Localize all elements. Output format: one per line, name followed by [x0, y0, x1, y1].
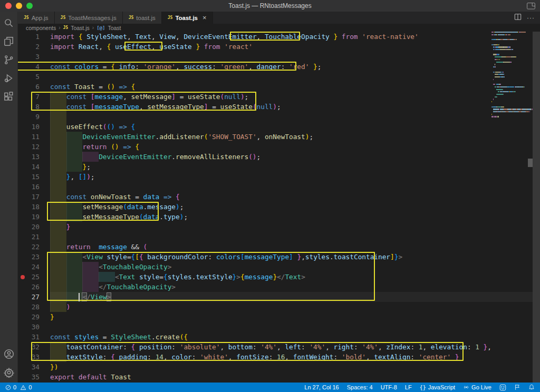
line-number[interactable]: 14: [18, 162, 50, 172]
code-line[interactable]: [50, 52, 540, 62]
code-line[interactable]: setMessageType(data.type);: [50, 212, 540, 222]
source-control-icon[interactable]: [3, 54, 15, 65]
line-number[interactable]: 33: [18, 352, 50, 362]
tab-toastmessages-js[interactable]: JS ToastMessages.js: [55, 12, 123, 24]
code-line[interactable]: textStyle: { padding: 14, color: 'white'…: [50, 352, 540, 362]
code-line[interactable]: useEffect(() => {: [50, 122, 540, 132]
line-number[interactable]: 28: [18, 302, 50, 312]
code-line[interactable]: const [messageType, setMessageType] = us…: [50, 102, 540, 112]
line-number[interactable]: 22: [18, 242, 50, 252]
code-line[interactable]: [50, 112, 540, 122]
language-mode[interactable]: {} JavaScript: [420, 384, 455, 390]
breakpoint-dot[interactable]: [21, 275, 25, 279]
settings-gear-icon[interactable]: [3, 367, 15, 378]
line-number[interactable]: 20: [18, 222, 50, 232]
vertical-scrollbar[interactable]: [533, 32, 540, 383]
line-number[interactable]: 27: [18, 292, 50, 302]
line-number[interactable]: 15: [18, 172, 50, 182]
line-number[interactable]: 24: [18, 262, 50, 272]
account-icon[interactable]: [3, 348, 15, 360]
explorer-icon[interactable]: [3, 35, 15, 47]
customize-layout-icon[interactable]: [527, 2, 535, 12]
eol-setting[interactable]: LF: [405, 384, 412, 390]
code-line[interactable]: }: [50, 312, 540, 322]
line-number[interactable]: 29: [18, 312, 50, 322]
code-line[interactable]: const styles = StyleSheet.create({: [50, 332, 540, 342]
tab-toast-lower-js[interactable]: JS toast.js: [123, 12, 162, 24]
code-line[interactable]: const Toast = () => {: [50, 82, 540, 92]
scrollbar-notch[interactable]: [528, 159, 533, 167]
extensions-icon[interactable]: [3, 91, 15, 102]
line-number[interactable]: 17: [18, 192, 50, 202]
notifications-bell-icon[interactable]: [528, 384, 535, 390]
line-number[interactable]: 25: [18, 272, 50, 282]
gutter[interactable]: 1234567891011121314151617181920212223242…: [18, 32, 50, 382]
cursor-position[interactable]: Ln 27, Col 16: [304, 384, 339, 390]
code-line[interactable]: import { StyleSheet, Text, View, DeviceE…: [50, 32, 540, 42]
flag-icon[interactable]: [514, 384, 520, 390]
line-number[interactable]: 8: [18, 102, 50, 112]
code-line[interactable]: return () => {: [50, 142, 540, 152]
line-number[interactable]: 23: [18, 252, 50, 262]
line-number[interactable]: 35: [18, 372, 50, 382]
line-number[interactable]: 5: [18, 72, 50, 82]
line-number[interactable]: 10: [18, 122, 50, 132]
go-live-button[interactable]: Go Live: [463, 384, 491, 390]
maximize-window-button[interactable]: [26, 3, 33, 9]
breadcrumb-item-symbol[interactable]: Toast: [108, 25, 121, 31]
line-number[interactable]: 18: [18, 202, 50, 212]
code-line[interactable]: </TouchableOpacity>: [50, 282, 540, 292]
code-line[interactable]: }, []);: [50, 172, 540, 182]
line-number[interactable]: 1: [18, 32, 50, 42]
code-line[interactable]: const onNewToast = data => {: [50, 192, 540, 202]
indentation-setting[interactable]: Spaces: 4: [347, 384, 373, 390]
line-number[interactable]: 31: [18, 332, 50, 342]
code-line[interactable]: [50, 322, 540, 332]
line-number[interactable]: 32: [18, 342, 50, 352]
line-number[interactable]: 9: [18, 112, 50, 122]
line-number[interactable]: 4: [18, 62, 50, 72]
code-line[interactable]: };: [50, 162, 540, 172]
code-content[interactable]: import { StyleSheet, Text, View, DeviceE…: [50, 32, 540, 383]
minimap[interactable]: [491, 32, 533, 383]
line-number[interactable]: 12: [18, 142, 50, 152]
code-line[interactable]: <View style={[{ backgroundColor: colors[…: [50, 252, 540, 262]
code-line[interactable]: [50, 182, 540, 192]
minimize-window-button[interactable]: [16, 3, 22, 9]
code-editor[interactable]: 1234567891011121314151617181920212223242…: [18, 32, 540, 383]
code-line[interactable]: const colors = { info: 'orange', success…: [50, 62, 540, 72]
more-actions-icon[interactable]: ···: [527, 14, 535, 22]
code-line[interactable]: }: [50, 222, 540, 232]
code-line[interactable]: <Text style={styles.textStyle}>{message}…: [50, 272, 540, 282]
code-line[interactable]: ): [50, 302, 540, 312]
code-line[interactable]: return message && (: [50, 242, 540, 252]
code-line[interactable]: setMessage(data.message);: [50, 202, 540, 212]
tab-toast-js[interactable]: JS Toast.js ×: [162, 12, 213, 24]
line-number[interactable]: 3: [18, 52, 50, 62]
code-line[interactable]: export default Toast: [50, 372, 540, 382]
feedback-smiley-icon[interactable]: [499, 384, 506, 391]
problems-indicator[interactable]: 0 0: [5, 384, 32, 390]
breadcrumb-item-file[interactable]: Toast.js: [71, 25, 90, 31]
code-line[interactable]: <TouchableOpacity>: [50, 262, 540, 272]
line-number[interactable]: 30: [18, 322, 50, 332]
code-line[interactable]: [50, 72, 540, 82]
code-line[interactable]: [50, 232, 540, 242]
line-number[interactable]: 19: [18, 212, 50, 222]
split-editor-icon[interactable]: [514, 13, 522, 23]
line-number[interactable]: 34: [18, 362, 50, 372]
line-number[interactable]: 7: [18, 92, 50, 102]
code-line[interactable]: DeviceEventEmitter.addListener('SHOW_TOA…: [50, 132, 540, 142]
search-icon[interactable]: [3, 17, 15, 28]
line-number[interactable]: 6: [18, 82, 50, 92]
line-number[interactable]: 26: [18, 282, 50, 292]
run-debug-icon[interactable]: [3, 72, 15, 84]
tab-app-js[interactable]: JS App.js: [18, 12, 55, 24]
close-window-button[interactable]: [5, 3, 12, 9]
close-tab-icon[interactable]: ×: [202, 14, 207, 21]
line-number[interactable]: 13: [18, 152, 50, 162]
code-line[interactable]: const [message, setMessage] = useState(n…: [50, 92, 540, 102]
code-line[interactable]: </View>: [50, 292, 540, 302]
code-line[interactable]: import React, { useEffect, useState } fr…: [50, 42, 540, 52]
encoding-setting[interactable]: UTF-8: [381, 384, 397, 390]
